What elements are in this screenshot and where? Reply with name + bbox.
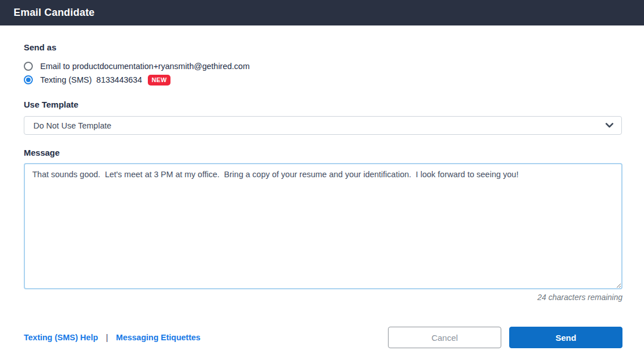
characters-remaining: 24 characters remaining	[24, 293, 622, 302]
modal-body: Send as Email to productdocumentation+ry…	[0, 25, 644, 348]
modal-title: Email Candidate	[14, 7, 95, 19]
message-textarea[interactable]: That sounds good. Let's meet at 3 PM at …	[24, 163, 622, 289]
radio-option-email[interactable]: Email to productdocumentation+ryansmith@…	[24, 59, 622, 73]
messaging-etiquettes-link[interactable]: Messaging Etiquettes	[116, 333, 201, 342]
modal-footer: Texting (SMS) Help | Messaging Etiquette…	[24, 327, 622, 348]
texting-sms-help-link[interactable]: Texting (SMS) Help	[24, 333, 98, 342]
radio-option-sms[interactable]: Texting (SMS) 8133443634 NEW	[24, 73, 622, 87]
link-separator: |	[106, 333, 108, 342]
footer-buttons: Cancel Send	[388, 327, 622, 348]
radio-unselected-icon[interactable]	[24, 62, 33, 71]
send-button[interactable]: Send	[509, 327, 622, 348]
footer-links: Texting (SMS) Help | Messaging Etiquette…	[24, 333, 201, 342]
send-as-label: Send as	[24, 42, 622, 52]
modal-header: Email Candidate	[0, 0, 644, 25]
send-as-radio-group: Email to productdocumentation+ryansmith@…	[24, 59, 622, 87]
radio-option-email-label: Email to productdocumentation+ryansmith@…	[40, 62, 250, 71]
chevron-down-icon	[605, 123, 613, 128]
radio-selected-icon[interactable]	[24, 75, 33, 84]
new-badge: NEW	[148, 75, 171, 85]
cancel-button[interactable]: Cancel	[388, 327, 501, 348]
use-template-label: Use Template	[24, 100, 622, 109]
message-section: Message That sounds good. Let's meet at …	[24, 148, 622, 302]
template-select[interactable]: Do Not Use Template	[24, 116, 622, 135]
message-label: Message	[24, 148, 622, 157]
radio-option-sms-label: Texting (SMS) 8133443634	[40, 75, 142, 84]
template-select-value: Do Not Use Template	[33, 121, 112, 130]
template-section: Use Template Do Not Use Template	[24, 100, 622, 135]
